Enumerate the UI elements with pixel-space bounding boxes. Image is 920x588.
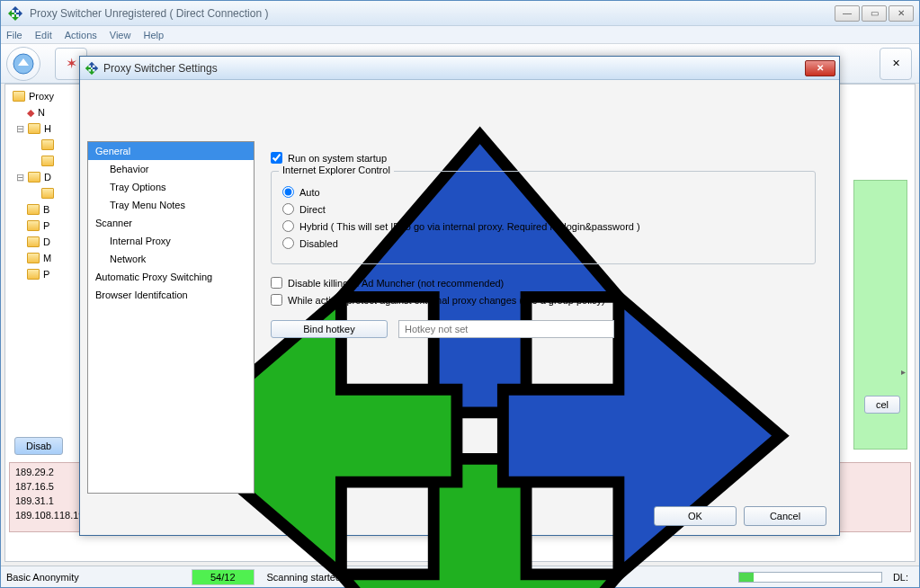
nav-behavior[interactable]: Behavior bbox=[88, 160, 254, 178]
window-controls: ― ▭ ✕ bbox=[835, 5, 914, 22]
nav-scanner[interactable]: Scanner bbox=[88, 214, 254, 232]
hotkey-input[interactable] bbox=[398, 320, 614, 338]
folder-icon bbox=[27, 220, 40, 231]
dialog-close-button[interactable]: ✕ bbox=[805, 60, 835, 76]
folder-icon bbox=[27, 204, 40, 215]
folder-icon bbox=[41, 188, 54, 199]
dialog-buttons: OK Cancel bbox=[654, 506, 826, 526]
bind-hotkey-button[interactable]: Bind hotkey bbox=[271, 320, 388, 338]
tree-item[interactable]: B bbox=[43, 204, 49, 215]
nav-internal-proxy[interactable]: Internal Proxy bbox=[88, 232, 254, 250]
ok-button[interactable]: OK bbox=[654, 506, 737, 526]
settings-nav: General Behavior Tray Options Tray Menu … bbox=[87, 141, 255, 494]
cancel-scan-button[interactable]: cel bbox=[864, 396, 900, 414]
tree-item[interactable]: H bbox=[44, 123, 51, 134]
disable-admuncher-checkbox[interactable] bbox=[271, 277, 282, 289]
toolbar-up-button[interactable] bbox=[6, 47, 40, 81]
status-dl: DL: bbox=[888, 572, 914, 583]
nav-general[interactable]: General bbox=[88, 142, 254, 160]
disable-admuncher-label: Disable killing of Ad Muncher (not recom… bbox=[288, 278, 504, 289]
scroll-arrow-icon[interactable]: ▸ bbox=[901, 367, 906, 377]
folder-icon bbox=[41, 156, 54, 166]
tree-item[interactable]: M bbox=[43, 253, 51, 263]
maximize-button[interactable]: ▭ bbox=[862, 5, 887, 22]
ie-hybrid-label: Hybrid ( This will set IE to go via inte… bbox=[299, 221, 640, 232]
ie-hybrid-radio[interactable] bbox=[282, 220, 294, 232]
app-icon bbox=[6, 4, 24, 22]
tree-item[interactable]: N bbox=[38, 107, 45, 118]
ie-disabled-radio[interactable] bbox=[282, 237, 294, 249]
cancel-button[interactable]: Cancel bbox=[744, 506, 826, 526]
dialog-titlebar: Proxy Switcher Settings ✕ bbox=[80, 57, 839, 80]
menu-file[interactable]: File bbox=[6, 30, 22, 40]
menu-help[interactable]: Help bbox=[143, 30, 164, 40]
folder-icon bbox=[13, 91, 25, 102]
folder-icon bbox=[27, 236, 40, 247]
protect-proxy-checkbox[interactable] bbox=[271, 294, 282, 306]
folder-icon bbox=[28, 172, 40, 183]
minimize-button[interactable]: ― bbox=[835, 5, 860, 22]
menubar: File Edit Actions View Help bbox=[1, 26, 919, 44]
ie-auto-label: Auto bbox=[299, 187, 320, 198]
ie-group-title: Internet Explorer Control bbox=[279, 165, 394, 175]
nav-tray-options[interactable]: Tray Options bbox=[88, 178, 254, 196]
nav-tray-menu-notes[interactable]: Tray Menu Notes bbox=[88, 196, 254, 214]
menu-actions[interactable]: Actions bbox=[65, 30, 97, 40]
dialog-content: General Behavior Tray Options Tray Menu … bbox=[87, 141, 832, 494]
run-startup-checkbox[interactable] bbox=[271, 152, 282, 164]
folder-icon bbox=[41, 139, 54, 150]
ie-auto-radio[interactable] bbox=[282, 186, 294, 198]
main-title: Proxy Switcher Unregistered ( Direct Con… bbox=[30, 7, 835, 20]
nav-browser-id[interactable]: Browser Identifcation bbox=[88, 286, 254, 304]
dialog-title: Proxy Switcher Settings bbox=[100, 62, 805, 75]
cancel-button-bg: cel bbox=[864, 396, 900, 414]
menu-edit[interactable]: Edit bbox=[35, 30, 52, 40]
tree-item[interactable]: D bbox=[44, 172, 51, 183]
tree-item[interactable]: D bbox=[43, 236, 50, 247]
protect-proxy-label: While active, protect against external p… bbox=[288, 295, 605, 306]
close-button[interactable]: ✕ bbox=[889, 5, 914, 22]
menu-view[interactable]: View bbox=[110, 30, 131, 40]
settings-panel: Run on system startup Internet Explorer … bbox=[255, 141, 832, 494]
folder-icon bbox=[28, 123, 40, 134]
dialog-app-icon bbox=[84, 60, 100, 76]
ie-direct-label: Direct bbox=[299, 204, 326, 215]
run-startup-label: Run on system startup bbox=[288, 153, 387, 164]
toolbar-close-button[interactable]: ✕ bbox=[880, 48, 912, 80]
nav-network[interactable]: Network bbox=[88, 250, 254, 268]
nav-auto-switching[interactable]: Automatic Proxy Switching bbox=[88, 268, 254, 286]
settings-dialog: Proxy Switcher Settings ✕ General Genera… bbox=[79, 56, 840, 536]
main-titlebar: Proxy Switcher Unregistered ( Direct Con… bbox=[1, 1, 919, 26]
folder-icon bbox=[27, 269, 40, 280]
tree-item[interactable]: P bbox=[43, 220, 49, 231]
disable-button[interactable]: Disab bbox=[14, 437, 63, 455]
folder-icon bbox=[27, 253, 40, 263]
ie-control-group: Internet Explorer Control Auto Direct Hy… bbox=[271, 171, 816, 264]
ie-direct-radio[interactable] bbox=[282, 203, 294, 215]
tree-item[interactable]: P bbox=[43, 269, 49, 280]
tree-root[interactable]: Proxy bbox=[29, 91, 54, 102]
ie-disabled-label: Disabled bbox=[299, 238, 338, 249]
